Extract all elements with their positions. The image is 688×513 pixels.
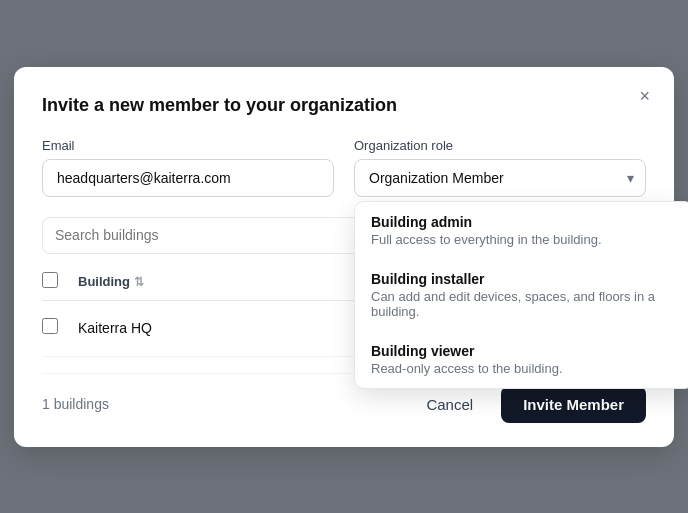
role-group: Organization role Organization Member ▾ … xyxy=(354,138,646,197)
role-select-wrapper: Organization Member ▾ Building admin Ful… xyxy=(354,159,646,197)
dropdown-item-desc-admin: Full access to everything in the buildin… xyxy=(371,232,677,247)
dropdown-item-title-admin: Building admin xyxy=(371,214,677,230)
email-input[interactable] xyxy=(42,159,334,197)
footer-actions: Cancel Invite Member xyxy=(410,386,646,423)
dropdown-item-desc-viewer: Read-only access to the building. xyxy=(371,361,677,376)
sort-icon[interactable]: ⇅ xyxy=(134,275,144,289)
email-label: Email xyxy=(42,138,334,153)
dropdown-item-building-installer[interactable]: Building installer Can add and edit devi… xyxy=(355,259,688,331)
modal-title: Invite a new member to your organization xyxy=(42,95,646,116)
select-all-checkbox[interactable] xyxy=(42,272,58,288)
email-group: Email xyxy=(42,138,334,197)
dropdown-item-title-installer: Building installer xyxy=(371,271,677,287)
buildings-count: 1 buildings xyxy=(42,396,109,412)
modal-overlay: Invite a new member to your organization… xyxy=(0,0,688,513)
dropdown-item-building-viewer[interactable]: Building viewer Read-only access to the … xyxy=(355,331,688,388)
dropdown-item-desc-installer: Can add and edit devices, spaces, and fl… xyxy=(371,289,677,319)
form-row: Email Organization role Organization Mem… xyxy=(42,138,646,197)
building-name: Kaiterra HQ xyxy=(78,320,366,336)
dropdown-item-title-viewer: Building viewer xyxy=(371,343,677,359)
role-dropdown-menu: Building admin Full access to everything… xyxy=(354,201,688,389)
header-checkbox-col xyxy=(42,272,78,292)
row-checkbox[interactable] xyxy=(42,318,58,334)
invite-member-button[interactable]: Invite Member xyxy=(501,386,646,423)
role-label: Organization role xyxy=(354,138,646,153)
dropdown-item-building-admin[interactable]: Building admin Full access to everything… xyxy=(355,202,688,259)
row-checkbox-col xyxy=(42,318,78,338)
close-button[interactable]: × xyxy=(633,85,656,107)
role-select[interactable]: Organization Member xyxy=(354,159,646,197)
cancel-button[interactable]: Cancel xyxy=(410,386,489,423)
invite-modal: Invite a new member to your organization… xyxy=(14,67,674,447)
